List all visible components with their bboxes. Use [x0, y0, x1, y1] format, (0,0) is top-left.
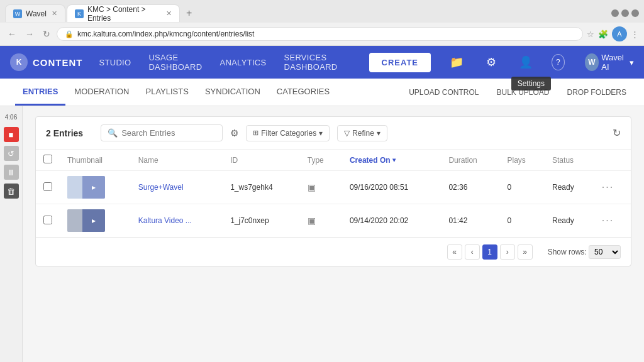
settings-icon: ⚙	[486, 56, 496, 69]
nav-item-services-dashboard[interactable]: SERVICES DASHBOARD	[282, 50, 338, 74]
maximize-button[interactable]	[621, 9, 629, 17]
browser-addressbar: ← → ↻ 🔒 kmc.kaltura.com/index.php/kmcng/…	[0, 23, 644, 45]
search-input[interactable]	[121, 128, 216, 138]
nav-item-studio[interactable]: STUDIO	[98, 55, 133, 70]
tab-favicon-kmc: K	[75, 9, 84, 18]
next-page-button[interactable]: ›	[500, 244, 515, 260]
prev-page-button[interactable]: ‹	[465, 244, 480, 260]
user-menu[interactable]: W Wavel AI ▾	[580, 50, 640, 74]
row2-status: Ready	[545, 204, 594, 238]
table-container: 2 Entries 🔍 ⚙ ⊞ Filter Categories ▾ ▽ Re…	[35, 116, 631, 266]
column-settings-button[interactable]: ⚙	[230, 128, 238, 139]
profile-button[interactable]: A	[612, 26, 627, 41]
rows-per-page-select[interactable]: 50 25 100	[589, 245, 621, 259]
new-tab-button[interactable]: +	[181, 6, 197, 20]
main-area: 4:06 ■ ↺ ⏸ 🗑 2 Entries 🔍 ⚙ ⊞ Fi	[0, 106, 644, 362]
row2-thumb-left	[67, 209, 82, 232]
minimize-button[interactable]	[611, 9, 619, 17]
show-rows-label: Show rows: 50 25 100	[548, 245, 621, 259]
app: K CONTENT STUDIO USAGE DASHBOARD ANALYTI…	[0, 46, 644, 362]
row1-more-button[interactable]: ···	[602, 182, 614, 193]
create-button[interactable]: CREATE	[369, 53, 431, 72]
first-page-button[interactable]: «	[447, 244, 462, 260]
sidebar-trash-button[interactable]: 🗑	[4, 184, 19, 199]
address-bar[interactable]: 🔒 kmc.kaltura.com/index.php/kmcng/conten…	[57, 27, 583, 41]
last-page-button[interactable]: »	[518, 244, 533, 260]
settings-button[interactable]: ⚙	[482, 53, 500, 72]
search-box[interactable]: 🔍	[101, 124, 223, 141]
table-toolbar: 2 Entries 🔍 ⚙ ⊞ Filter Categories ▾ ▽ Re…	[36, 117, 631, 150]
sub-nav-drop-folders[interactable]: DROP FOLDERS	[565, 80, 629, 104]
table-row: ▶ Kaltura Video ... 1_j7c0nxep ▣ 09/14/2…	[36, 204, 631, 238]
refine-icon: ▽	[344, 129, 350, 138]
row2-name[interactable]: Kaltura Video ...	[131, 204, 223, 238]
tab-close-kmc[interactable]: ✕	[166, 9, 172, 18]
forward-button[interactable]: →	[23, 28, 36, 40]
star-button[interactable]: ☆	[587, 30, 594, 39]
row1-thumb-inner: ▶	[67, 176, 105, 199]
chevron-down-filter-icon: ▾	[319, 129, 323, 138]
row1-checkbox[interactable]	[43, 182, 52, 191]
sub-nav-item-categories[interactable]: CATEGORIES	[269, 79, 337, 106]
tab-label-kmc: KMC > Content > Entries	[87, 5, 161, 23]
row2-duration: 01:42	[441, 204, 499, 238]
entries-count: 2 Entries	[46, 128, 83, 138]
refine-button[interactable]: ▽ Refine ▾	[337, 125, 387, 141]
sub-nav-item-moderation[interactable]: MODERATION	[67, 79, 136, 106]
reload-button[interactable]: ↻	[40, 28, 53, 40]
row1-name[interactable]: Surge+Wavel	[131, 171, 223, 204]
row1-type-icon: ▣	[308, 182, 316, 192]
current-page-button[interactable]: 1	[482, 244, 497, 260]
close-button[interactable]	[631, 9, 639, 17]
user-avatar: W	[585, 53, 599, 71]
row1-thumb-left	[67, 176, 82, 199]
row2-more-cell: ···	[594, 204, 631, 238]
created-on-sort[interactable]: Created On ▾	[350, 156, 434, 165]
sub-nav-item-entries[interactable]: ENTRIES	[15, 79, 65, 106]
sidebar-record-button[interactable]: ■	[4, 127, 19, 142]
sub-nav-item-playlists[interactable]: PLAYLISTS	[138, 79, 196, 106]
nav-item-usage-dashboard[interactable]: USAGE DASHBOARD	[147, 50, 203, 74]
select-all-checkbox[interactable]	[43, 155, 52, 163]
back-button[interactable]: ←	[5, 28, 19, 40]
chevron-down-icon: ▾	[630, 58, 634, 67]
browser-tab-kmc[interactable]: K KMC > Content > Entries ✕	[67, 4, 180, 22]
sub-nav-bulk-upload[interactable]: BULK UPLOAD	[494, 80, 552, 104]
refresh-button[interactable]: ↻	[613, 127, 621, 139]
row1-thumbnail: ▶	[67, 176, 105, 199]
th-created-on[interactable]: Created On ▾	[342, 150, 441, 171]
tab-close-wavel[interactable]: ✕	[52, 9, 57, 18]
row2-type-cell: ▣	[300, 204, 342, 238]
search-icon: 🔍	[108, 128, 118, 138]
browser-tab-wavel[interactable]: W Wavel ✕	[5, 4, 65, 22]
help-button[interactable]: ?	[552, 54, 565, 70]
nav-item-analytics[interactable]: ANALYTICS	[218, 55, 267, 70]
row2-checkbox[interactable]	[43, 216, 52, 224]
filter-icon: ⊞	[253, 129, 258, 137]
extensions-button[interactable]: 🧩	[598, 30, 608, 39]
row1-plays: 0	[499, 171, 545, 204]
table-header-row: Thumbnail Name ID Type Created On ▾ Dura…	[36, 150, 631, 171]
th-status: Status	[545, 150, 594, 171]
row2-thumb-inner: ▶	[67, 209, 105, 232]
row1-type-cell: ▣	[300, 171, 342, 204]
profile-nav-button[interactable]: 👤	[515, 53, 536, 72]
profile-icon: 👤	[519, 56, 533, 69]
th-name: Name	[131, 150, 223, 171]
sidebar-undo-button[interactable]: ↺	[4, 146, 19, 161]
sub-nav-upload-control[interactable]: UPLOAD CONTROL	[406, 80, 481, 104]
logo-text: CONTENT	[33, 57, 83, 68]
address-text: kmc.kaltura.com/index.php/kmcng/content/…	[77, 30, 254, 38]
menu-button[interactable]: ⋮	[631, 30, 639, 39]
th-duration: Duration	[441, 150, 499, 171]
sub-nav-item-syndication[interactable]: SYNDICATION	[197, 79, 268, 106]
filter-categories-button[interactable]: ⊞ Filter Categories ▾	[246, 125, 330, 141]
row2-plays: 0	[499, 204, 545, 238]
row2-checkbox-cell	[36, 204, 60, 238]
chevron-down-refine-icon: ▾	[377, 129, 380, 138]
row2-more-button[interactable]: ···	[602, 215, 614, 226]
th-id: ID	[223, 150, 300, 171]
folder-button[interactable]: 📁	[446, 53, 467, 72]
sidebar-pause-button[interactable]: ⏸	[4, 165, 19, 180]
th-checkbox	[36, 150, 60, 171]
